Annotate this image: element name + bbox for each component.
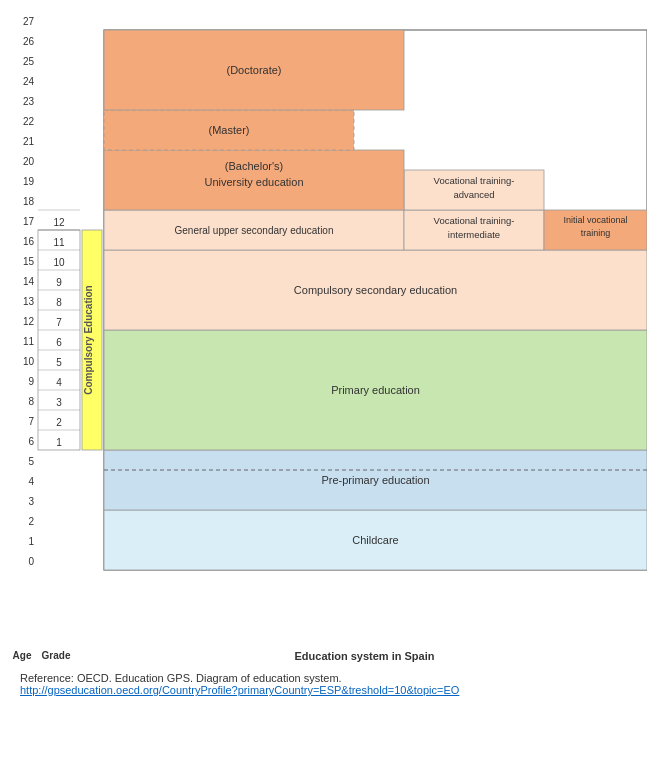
svg-text:(Doctorate): (Doctorate) <box>226 64 281 76</box>
svg-text:5: 5 <box>56 357 62 368</box>
svg-text:11: 11 <box>23 336 35 347</box>
svg-text:4: 4 <box>56 377 62 388</box>
svg-text:8: 8 <box>28 396 34 407</box>
svg-text:4: 4 <box>28 476 34 487</box>
svg-text:23: 23 <box>23 96 35 107</box>
svg-text:14: 14 <box>23 276 35 287</box>
svg-text:5: 5 <box>28 456 34 467</box>
svg-text:advanced: advanced <box>453 189 494 200</box>
svg-text:Initial vocational: Initial vocational <box>563 215 627 225</box>
svg-text:26: 26 <box>23 36 35 47</box>
svg-text:22: 22 <box>23 116 35 127</box>
svg-text:17: 17 <box>23 216 35 227</box>
svg-text:13: 13 <box>23 296 35 307</box>
svg-text:Pre-primary education: Pre-primary education <box>321 474 429 486</box>
education-diagram: 0123456789101112131415161718192021222324… <box>10 10 647 650</box>
svg-text:3: 3 <box>28 496 34 507</box>
svg-text:8: 8 <box>56 297 62 308</box>
svg-text:2: 2 <box>56 417 62 428</box>
svg-text:3: 3 <box>56 397 62 408</box>
svg-text:16: 16 <box>23 236 35 247</box>
svg-text:7: 7 <box>28 416 34 427</box>
svg-text:15: 15 <box>23 256 35 267</box>
svg-text:10: 10 <box>23 356 35 367</box>
svg-text:9: 9 <box>56 277 62 288</box>
svg-text:2: 2 <box>28 516 34 527</box>
svg-text:0: 0 <box>28 556 34 567</box>
svg-text:20: 20 <box>23 156 35 167</box>
reference-section: Reference: OECD. Education GPS. Diagram … <box>10 672 649 696</box>
svg-text:Compulsory Education: Compulsory Education <box>83 285 94 394</box>
age-axis-label: Age <box>10 650 34 662</box>
svg-text:27: 27 <box>23 16 35 27</box>
axis-labels: Age Grade Education system in Spain <box>10 650 649 662</box>
svg-text:24: 24 <box>23 76 35 87</box>
main-container: 0123456789101112131415161718192021222324… <box>0 0 659 701</box>
reference-text: OECD. Education GPS. Diagram of educatio… <box>77 672 342 684</box>
svg-text:9: 9 <box>28 376 34 387</box>
svg-text:25: 25 <box>23 56 35 67</box>
svg-text:11: 11 <box>53 237 65 248</box>
reference-label: Reference: <box>20 672 74 684</box>
svg-text:6: 6 <box>56 337 62 348</box>
grade-axis-label: Grade <box>34 650 78 662</box>
svg-text:(Bachelor's): (Bachelor's) <box>225 160 283 172</box>
svg-text:10: 10 <box>53 257 65 268</box>
reference-link[interactable]: http://gpseducation.oecd.org/CountryProf… <box>20 684 459 696</box>
svg-text:12: 12 <box>53 217 65 228</box>
svg-text:21: 21 <box>23 136 35 147</box>
svg-text:Compulsory secondary education: Compulsory secondary education <box>294 284 457 296</box>
svg-text:18: 18 <box>23 196 35 207</box>
svg-text:training: training <box>581 228 611 238</box>
svg-text:University education: University education <box>204 176 303 188</box>
svg-text:General upper secondary educat: General upper secondary education <box>175 225 334 236</box>
svg-text:Childcare: Childcare <box>352 534 398 546</box>
svg-text:1: 1 <box>28 536 34 547</box>
svg-text:6: 6 <box>28 436 34 447</box>
svg-text:12: 12 <box>23 316 35 327</box>
svg-text:1: 1 <box>56 437 62 448</box>
svg-text:7: 7 <box>56 317 62 328</box>
reference-block <box>0 703 659 711</box>
diagram-wrapper: 0123456789101112131415161718192021222324… <box>10 10 647 650</box>
svg-text:intermediate: intermediate <box>448 229 500 240</box>
svg-text:19: 19 <box>23 176 35 187</box>
svg-text:(Master): (Master) <box>209 124 250 136</box>
edu-system-label: Education system in Spain <box>80 650 649 662</box>
svg-text:Primary education: Primary education <box>331 384 420 396</box>
svg-text:Vocational training-: Vocational training- <box>434 175 515 186</box>
svg-text:Vocational training-: Vocational training- <box>434 215 515 226</box>
